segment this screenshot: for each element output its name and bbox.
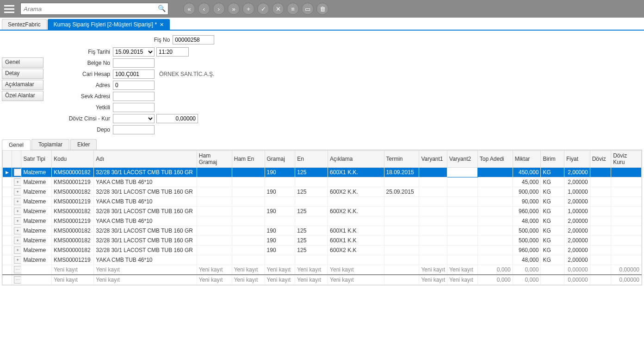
cell[interactable] [590, 265, 611, 275]
cell[interactable]: Yeni kayıt [232, 275, 265, 285]
expand-icon[interactable]: + [14, 237, 21, 244]
col-en[interactable]: En [295, 151, 328, 168]
cell[interactable] [232, 168, 265, 177]
cell[interactable] [295, 197, 328, 207]
cell[interactable]: 18.09.2015 [384, 168, 419, 177]
cell[interactable]: KG [541, 255, 564, 265]
cell[interactable] [384, 207, 419, 216]
menu-button[interactable] [2, 2, 17, 16]
first-icon[interactable]: « [183, 3, 195, 15]
col-ham-en[interactable]: Ham En [232, 151, 265, 168]
cell[interactable]: KG [541, 216, 564, 226]
cell[interactable]: 32/28 30/1 LACOST CMB TUB 160 GR [94, 207, 197, 216]
search-icon[interactable]: 🔍 [158, 5, 166, 12]
expand-icon[interactable]: + [14, 178, 21, 186]
cell[interactable] [477, 226, 513, 236]
cell[interactable]: Yeni kayıt [265, 265, 295, 275]
cell[interactable]: 0,00000 [564, 275, 590, 285]
cell[interactable]: Yeni kayıt [419, 265, 447, 275]
cell[interactable] [419, 168, 447, 177]
row-indicator[interactable]: ▶ [3, 168, 12, 177]
cell[interactable] [447, 236, 478, 246]
table-row[interactable]: +MalzemeKMS0000018232/28 30/1 LACOST CMB… [3, 226, 642, 236]
cell[interactable] [232, 187, 265, 197]
col-top-adedi[interactable]: Top Adedi [477, 151, 513, 168]
cell[interactable] [477, 246, 513, 255]
cell[interactable] [447, 168, 478, 177]
belge-no-field[interactable] [113, 58, 155, 68]
cell[interactable]: 2,00000 [564, 197, 590, 207]
depo-field[interactable] [113, 125, 155, 134]
cell[interactable]: 190 [265, 187, 295, 197]
cell[interactable] [232, 207, 265, 216]
cell[interactable]: Yeni kayıt [94, 275, 197, 285]
cell[interactable] [447, 177, 478, 187]
cell[interactable]: 960,000 [513, 246, 541, 255]
cell[interactable]: 190 [265, 207, 295, 216]
cell[interactable] [611, 207, 642, 216]
adres-field[interactable] [113, 81, 155, 90]
table-row[interactable]: +MalzemeKMS0000018232/28 30/1 LACOST CMB… [3, 236, 642, 246]
table-row-new[interactable]: ⋯Yeni kayıtYeni kayıtYeni kayıtYeni kayı… [3, 275, 642, 285]
cell[interactable]: 500,000 [513, 226, 541, 236]
cell[interactable]: Yeni kayıt [328, 265, 384, 275]
row-expand[interactable]: + [12, 197, 21, 207]
cell[interactable] [21, 275, 52, 285]
col-varyant1[interactable]: Varyant1 [419, 151, 447, 168]
col-fiyat[interactable]: Fiyat [564, 151, 590, 168]
col-doviz[interactable]: Döviz [590, 151, 611, 168]
cell[interactable] [328, 177, 384, 187]
row-expand[interactable]: + [12, 187, 21, 197]
cell[interactable]: 45,000 [513, 177, 541, 187]
cell[interactable]: Yeni kayıt [232, 265, 265, 275]
cell[interactable]: 190 [265, 236, 295, 246]
cell[interactable]: 900,000 [513, 187, 541, 197]
row-expand[interactable]: + [12, 255, 21, 265]
row-expand[interactable]: + [12, 226, 21, 236]
cell[interactable] [611, 216, 642, 226]
table-row[interactable]: ▶+MalzemeKMS0000018232/28 30/1 LACOST CM… [3, 168, 642, 177]
cell[interactable] [265, 177, 295, 187]
cell[interactable]: 0,00000 [564, 265, 590, 275]
cell[interactable] [197, 187, 232, 197]
cell[interactable] [295, 177, 328, 187]
cell[interactable] [328, 255, 384, 265]
cell[interactable]: 90,000 [513, 197, 541, 207]
cell[interactable] [328, 197, 384, 207]
cell[interactable] [419, 197, 447, 207]
cell[interactable] [419, 236, 447, 246]
cell[interactable]: 960,000 [513, 207, 541, 216]
cell[interactable] [295, 255, 328, 265]
expand-icon[interactable]: + [14, 208, 21, 215]
cell[interactable]: Malzeme [21, 197, 52, 207]
cell[interactable]: 600X2 K.K. [328, 187, 384, 197]
cell[interactable]: Malzeme [21, 255, 52, 265]
cell[interactable]: Malzeme [21, 207, 52, 216]
cell[interactable] [611, 177, 642, 187]
prev-icon[interactable]: ‹ [198, 3, 210, 15]
fis-saat-field[interactable] [156, 47, 189, 57]
cell[interactable]: Yeni kayıt [328, 275, 384, 285]
cell[interactable] [541, 265, 564, 275]
table-row[interactable]: +MalzemeKMS00001219YAKA CMB TUB 46*1048,… [3, 255, 642, 265]
cell[interactable] [611, 197, 642, 207]
row-indicator[interactable] [3, 255, 12, 265]
cell[interactable] [611, 236, 642, 246]
cell[interactable]: KG [541, 226, 564, 236]
cell[interactable] [197, 255, 232, 265]
cell[interactable]: Malzeme [21, 246, 52, 255]
cell[interactable] [197, 246, 232, 255]
tab-sentezfabric[interactable]: SentezFabric [2, 19, 47, 30]
cell[interactable]: YAKA CMB TUB 46*10 [94, 216, 197, 226]
col-varyant2[interactable]: Varyant2 [447, 151, 478, 168]
cell[interactable] [590, 177, 611, 187]
cell[interactable]: 125 [295, 207, 328, 216]
row-expand[interactable]: + [12, 177, 21, 187]
table-row[interactable]: +MalzemeKMS0000018232/28 30/1 LACOST CMB… [3, 187, 642, 197]
expand-icon[interactable]: + [14, 188, 21, 196]
cell[interactable]: 600X2 K.K. [328, 207, 384, 216]
cell[interactable] [447, 207, 478, 216]
cell[interactable]: 2,00000 [564, 236, 590, 246]
cell[interactable] [611, 226, 642, 236]
cell[interactable]: KMS00000182 [52, 187, 94, 197]
